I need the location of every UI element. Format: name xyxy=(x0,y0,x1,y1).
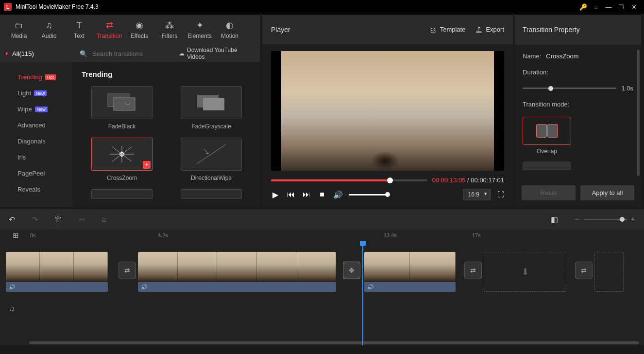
export-icon xyxy=(475,26,483,34)
timeline-ruler[interactable]: ⊞ 0s 4.2s 13.4s 17s xyxy=(0,230,644,241)
text-icon: T xyxy=(77,20,82,31)
transition-slot-4[interactable]: ⇄ xyxy=(575,262,593,279)
tab-filters[interactable]: ⁂Filters xyxy=(155,17,184,42)
category-all[interactable]: All(115) xyxy=(0,45,73,62)
timeline-tracks[interactable]: 🎬 🔊 ⇄ 🔊 ✥ 🔊 ⇄ ⬇ ⇄ ♫ xyxy=(0,241,644,345)
zoom-out-button[interactable]: − xyxy=(575,215,579,224)
transition-slot-1[interactable]: ⇄ xyxy=(119,262,136,279)
close-icon[interactable]: ✕ xyxy=(627,0,640,14)
clip-2[interactable]: 🔊 xyxy=(138,252,336,292)
tab-elements[interactable]: ✦Elements xyxy=(186,17,214,42)
property-title: Transition Property xyxy=(515,14,641,45)
search-icon: 🔍 xyxy=(80,50,87,57)
timeline-panel: ↶ ↷ 🗑 ✂ ⧈ ◧ − + ⊞ 0s 4.2s 13.4s 17s 🎬 🔊 … xyxy=(0,207,644,345)
titlebar: L MiniTool MovieMaker Free 7.4.3 🔑 ≡ — ☐… xyxy=(0,0,644,14)
category-light[interactable]: LightNew xyxy=(0,85,73,101)
svg-rect-3 xyxy=(203,98,224,110)
transition-extra-1[interactable] xyxy=(85,189,159,199)
aspect-ratio-select[interactable]: 16:9 xyxy=(463,189,491,200)
menu-icon[interactable]: ≡ xyxy=(590,0,602,14)
category-trending[interactable]: TrendingHot xyxy=(0,69,73,85)
tab-effects[interactable]: ◉Effects xyxy=(125,17,153,42)
tab-transition[interactable]: ⇄Transition xyxy=(95,17,123,42)
svg-rect-1 xyxy=(114,98,135,110)
undo-button[interactable]: ↶ xyxy=(9,215,15,224)
app-logo: L xyxy=(4,3,12,11)
transition-extra-2[interactable] xyxy=(174,189,249,199)
category-diagonals[interactable]: Diagonals xyxy=(0,133,73,149)
main-toolbar: 🗀Media ♫Audio TText ⇄Transition ◉Effects… xyxy=(0,14,260,45)
speaker-icon: 🔊 xyxy=(9,284,16,290)
scrollbar[interactable] xyxy=(637,50,640,176)
duration-slider[interactable] xyxy=(523,88,616,89)
category-advanced[interactable]: Advanced xyxy=(0,117,73,133)
drop-zone-2[interactable] xyxy=(594,252,624,292)
reset-button[interactable]: Reset xyxy=(522,185,576,200)
category-wipe[interactable]: WipeNew xyxy=(0,101,73,117)
property-panel: Transition Property Name:CrossZoom Durat… xyxy=(515,14,641,207)
tab-motion[interactable]: ◐Motion xyxy=(216,17,244,42)
elements-icon: ✦ xyxy=(196,20,203,31)
clip-3[interactable]: 🔊 xyxy=(364,252,456,292)
transition-directionalwipe[interactable]: DirectionalWipe xyxy=(174,138,249,181)
prev-frame-button[interactable]: ⏮ xyxy=(287,190,295,199)
export-button[interactable]: Export xyxy=(475,26,504,34)
name-value: CrossZoom xyxy=(546,53,578,60)
tab-text[interactable]: TText xyxy=(65,17,93,42)
speaker-icon: 🔊 xyxy=(367,284,374,290)
volume-slider[interactable] xyxy=(349,194,388,195)
search-row: 🔍 ☁Download YouTube Videos xyxy=(73,45,260,62)
mode-overlap[interactable] xyxy=(523,117,571,145)
category-column: All(115) TrendingHotLightNewWipeNewAdvan… xyxy=(0,45,73,207)
tab-audio[interactable]: ♫Audio xyxy=(35,17,63,42)
preview-viewport xyxy=(271,51,504,171)
search-input[interactable] xyxy=(92,50,174,57)
transition-fadeblack[interactable]: FadeBlack xyxy=(85,86,159,130)
add-track-icon[interactable]: ⊞ xyxy=(13,231,19,240)
minimize-icon[interactable]: — xyxy=(602,0,615,14)
mode-option-2[interactable] xyxy=(523,161,571,170)
redo-button[interactable]: ↷ xyxy=(32,215,38,224)
add-transition-icon[interactable]: + xyxy=(143,161,151,169)
next-frame-button[interactable]: ⏭ xyxy=(302,190,311,199)
library-panel: 🗀Media ♫Audio TText ⇄Transition ◉Effects… xyxy=(0,14,260,207)
fullscreen-button[interactable]: ⛶ xyxy=(497,191,504,198)
category-iris[interactable]: Iris xyxy=(0,149,73,165)
key-icon[interactable]: 🔑 xyxy=(577,0,590,14)
template-button[interactable]: Template xyxy=(429,26,466,34)
stop-button[interactable]: ■ xyxy=(318,190,326,199)
delete-button[interactable]: 🗑 xyxy=(54,215,62,224)
category-reveals[interactable]: Reveals xyxy=(0,181,73,197)
zoom-slider[interactable] xyxy=(583,219,627,220)
transition-fadegrayscale[interactable]: FadeGrayscale xyxy=(174,86,249,130)
folder-icon: 🗀 xyxy=(15,20,23,31)
maximize-icon[interactable]: ☐ xyxy=(615,0,627,14)
timeline-scrollbar[interactable] xyxy=(29,341,639,344)
music-icon: ♫ xyxy=(46,20,52,31)
split-button[interactable]: ✂ xyxy=(79,215,85,224)
motion-icon: ◐ xyxy=(226,20,234,31)
transition-slot-3[interactable]: ⇄ xyxy=(464,262,482,279)
duration-value: 1.0s xyxy=(621,85,633,92)
snap-icon[interactable]: ◧ xyxy=(551,215,558,224)
transition-slot-2[interactable]: ✥ xyxy=(343,262,360,279)
clip-1[interactable]: 🔊 xyxy=(6,252,108,292)
mode-overlap-label: Overlap xyxy=(523,148,571,155)
section-title: Trending xyxy=(73,62,260,83)
seek-bar[interactable] xyxy=(271,179,427,181)
download-youtube-button[interactable]: ☁Download YouTube Videos xyxy=(179,47,254,60)
transition-crosszoom[interactable]: + CrossZoom xyxy=(85,138,159,181)
play-button[interactable]: ▶ xyxy=(271,190,280,199)
apply-all-button[interactable]: Apply to all xyxy=(580,185,634,200)
category-pagepeel[interactable]: PagePeel xyxy=(0,165,73,181)
tab-media[interactable]: 🗀Media xyxy=(5,17,33,42)
player-title: Player xyxy=(271,26,420,34)
filters-icon: ⁂ xyxy=(165,20,174,31)
drop-zone[interactable]: ⬇ xyxy=(484,252,566,292)
zoom-in-button[interactable]: + xyxy=(631,215,635,224)
audio-track-icon: ♫ xyxy=(9,304,15,313)
crop-button[interactable]: ⧈ xyxy=(102,215,106,224)
timecode: 00:00:13:05 / 00:00:17:01 xyxy=(432,177,504,184)
volume-icon[interactable]: 🔊 xyxy=(333,190,342,199)
playhead[interactable] xyxy=(362,241,363,345)
